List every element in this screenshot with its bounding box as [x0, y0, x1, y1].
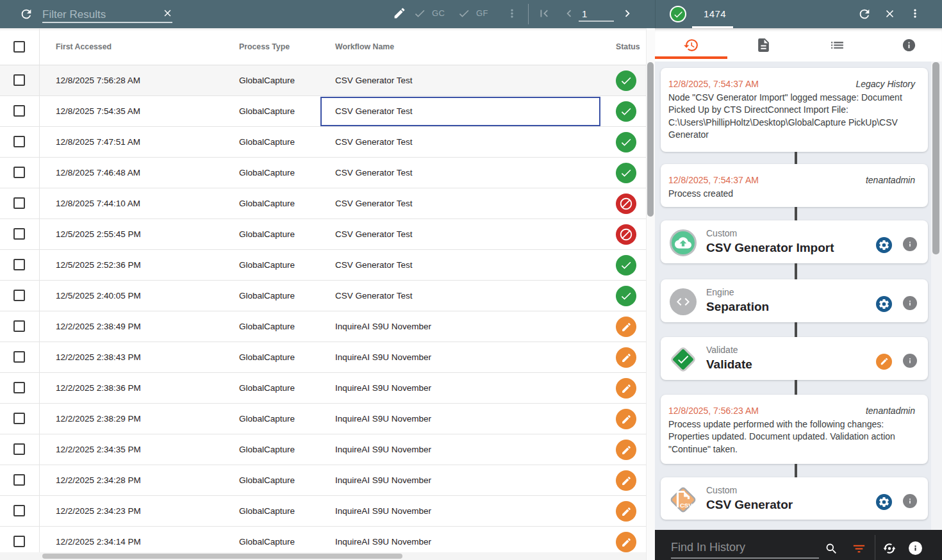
svg-text:CSV: CSV: [680, 502, 693, 509]
